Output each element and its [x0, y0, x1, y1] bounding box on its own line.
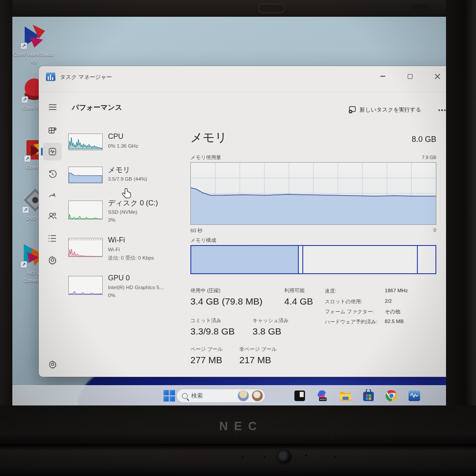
speed-value: 1867 MHz: [385, 288, 408, 293]
settings-button[interactable]: [43, 355, 62, 373]
paged-pool-value: 277 MB: [190, 355, 222, 365]
bezel-latch: [258, 4, 285, 13]
hw-reserved-value: 82.5 MB: [385, 319, 404, 324]
users-icon: [48, 212, 57, 220]
taskbar-m365[interactable]: M365: [316, 389, 330, 403]
taskbar: 検索 M365: [12, 385, 446, 405]
microphone-hole: [334, 456, 336, 458]
disk-mini-graph: [68, 201, 103, 219]
slots-value: 2/2: [385, 298, 392, 304]
page-title: パフォーマンス: [72, 103, 122, 112]
hamburger-menu-button[interactable]: [43, 98, 62, 116]
device-stats: 3%: [108, 217, 115, 223]
device-name: GPU 0: [108, 274, 130, 282]
start-button[interactable]: [162, 389, 176, 403]
time-axis-right: 0: [434, 227, 436, 233]
usage-chart-label: メモリ使用量: [190, 154, 221, 161]
sidebar-item-users[interactable]: [43, 207, 62, 225]
speed-label: 速度:: [325, 288, 336, 294]
microphone-hole: [242, 456, 244, 458]
search-highlight-avatar: [238, 390, 249, 401]
device-type: Intel(R) HD Graphics 5...: [108, 285, 164, 290]
desktop-icon-label: HD V: [27, 270, 39, 275]
sidebar-item-app-history[interactable]: [43, 165, 62, 183]
task-manager-app-icon: [46, 72, 56, 81]
search-highlight-avatar: [252, 390, 263, 401]
memory-detail-panel: メモリ 8.0 GB メモリ使用量 7.9 GB 60 秒 0: [190, 66, 436, 377]
available-value: 4.4 GB: [284, 296, 313, 307]
laptop-photo: ↗ Corel VideoStudio X9 ↗ Corel Scre: [0, 0, 476, 476]
task-manager-window: タスク マネージャー パフォーマンス 新しいタスクを実行する: [39, 66, 446, 377]
sidebar-item-processes[interactable]: [43, 122, 62, 139]
composition-label: メモリ構成: [190, 237, 216, 244]
cut-off-desktop-label: op: [12, 273, 18, 279]
bezel-notch: [412, 4, 431, 12]
bottom-bezel: NEC: [0, 405, 476, 444]
device-item-gpu[interactable]: GPU 0 Intel(R) HD Graphics 5... 0%: [63, 272, 191, 309]
taskbar-task-manager[interactable]: [407, 389, 421, 403]
cached-value: 3.8 GB: [253, 326, 281, 337]
shortcut-arrow-icon: ↗: [24, 155, 31, 162]
form-factor-value: その他: [385, 309, 400, 315]
memory-capacity: 8.0 GB: [412, 135, 436, 144]
history-clock-icon: [48, 170, 57, 178]
taskbar-chrome[interactable]: [384, 389, 398, 403]
device-item-wifi[interactable]: Wi-Fi Wi-Fi 送信: 0 受信: 0 Kbps: [63, 234, 191, 271]
startup-gauge-icon: [48, 191, 57, 200]
hw-reserved-label: ハードウェア予約済み:: [325, 319, 378, 325]
taskbar-file-explorer[interactable]: [338, 389, 353, 403]
search-placeholder: 検索: [191, 392, 234, 400]
committed-value: 3.3/9.8 GB: [190, 326, 234, 337]
performance-icon: [48, 147, 57, 156]
m365-copilot-icon: M365: [316, 389, 329, 402]
shortcut-arrow-icon: ↗: [20, 261, 27, 268]
device-name: ディスク 0 (C:): [108, 198, 158, 208]
sidebar-item-performance[interactable]: [43, 143, 62, 160]
memory-usage-graph: [190, 162, 436, 225]
sidebar-item-startup-apps[interactable]: [43, 186, 62, 204]
chrome-icon: [385, 389, 398, 402]
composition-divider: [302, 246, 303, 273]
microphone-hole: [264, 456, 266, 458]
in-use-label: 使用中 (圧縮): [190, 287, 220, 294]
sidebar-item-services[interactable]: [43, 251, 62, 269]
search-icon: [182, 393, 188, 399]
memory-title: メモリ: [190, 130, 227, 145]
taskbar-search[interactable]: 検索: [176, 389, 265, 403]
nec-brand-logo: NEC: [0, 420, 476, 433]
nonpaged-pool-label: 非ページ プール: [239, 346, 277, 353]
available-label: 利用可能: [284, 287, 305, 294]
taskbar-black-app[interactable]: [293, 389, 307, 403]
settings-gear-icon: [48, 360, 57, 368]
left-bezel: [0, 0, 12, 445]
cpu-mini-graph: [68, 134, 103, 150]
right-bezel: [446, 0, 476, 445]
committed-label: コミット済み: [190, 317, 221, 324]
slots-label: スロットの使用:: [325, 298, 362, 305]
paged-pool-label: ページ プール: [190, 346, 223, 353]
form-factor-label: フォーム ファクター:: [325, 309, 374, 315]
sidebar-item-details[interactable]: [43, 230, 62, 247]
nonpaged-pool-value: 217 MB: [239, 355, 271, 365]
top-bezel: [0, 0, 476, 17]
taskbar-microsoft-store[interactable]: [361, 389, 376, 403]
corel-videostudio-icon: ↗: [21, 24, 46, 48]
details-list-icon: [48, 234, 57, 242]
device-type: Wi-Fi: [108, 247, 120, 252]
device-name: CPU: [108, 132, 123, 141]
gpu-mini-graph: [68, 276, 103, 295]
shortcut-arrow-icon: ↗: [20, 42, 27, 49]
active-tab-indicator: [41, 148, 43, 156]
memory-mini-graph: [68, 167, 103, 183]
laptop-screen: ↗ Corel VideoStudio X9 ↗ Corel Scre: [12, 17, 446, 405]
desktop-icon-corel-videostudio[interactable]: ↗ Corel VideoStudio X9: [12, 24, 55, 65]
time-axis-left: 60 秒: [190, 227, 203, 234]
shortcut-arrow-icon: ↗: [22, 206, 29, 213]
shortcut-arrow-icon: ↗: [21, 96, 28, 103]
desktop-icon-label: Corel VideoStudio: [13, 52, 54, 57]
device-item-disk[interactable]: ディスク 0 (C:) SSD (NVMe) 3%: [63, 197, 191, 234]
usage-chart-scale: 7.9 GB: [422, 155, 436, 160]
microsoft-store-icon: [362, 389, 375, 402]
laptop-body: [0, 444, 476, 476]
device-item-cpu[interactable]: CPU 0% 1.36 GHz: [63, 130, 191, 162]
